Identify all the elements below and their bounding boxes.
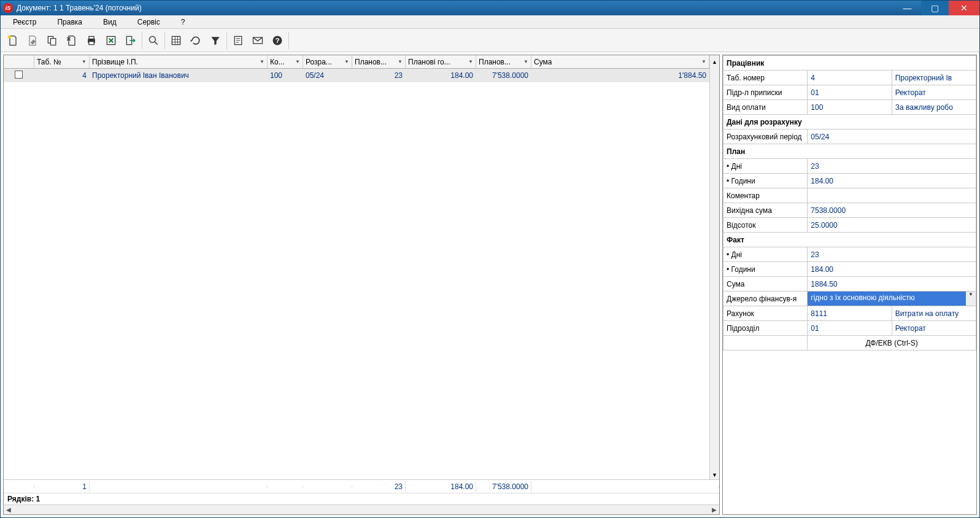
value-sum[interactable]: 1884.50 — [808, 277, 976, 292]
refresh-icon[interactable] — [186, 31, 206, 50]
value-tabno-name[interactable]: Проректорний Ів — [892, 71, 976, 85]
mail-icon[interactable] — [248, 31, 268, 50]
new-doc-icon[interactable] — [3, 31, 23, 50]
value-subdiv[interactable]: 01 — [808, 321, 892, 336]
svg-rect-4 — [89, 36, 94, 39]
cell-code: 100 — [268, 70, 303, 81]
section-plan: План — [723, 144, 976, 159]
label-hours: • Години — [723, 174, 808, 188]
value-tabno[interactable]: 4 — [808, 71, 892, 85]
col-plan-sum[interactable]: Планов...▼ — [476, 55, 531, 68]
table-row[interactable]: 4 Проректорний Іван Іванович 100 05/24 2… — [4, 69, 709, 82]
menu-registry[interactable]: Реєстр — [7, 17, 51, 28]
value-finsource[interactable]: гідно з їх основною діяльністю — [808, 292, 966, 306]
edit-doc-icon[interactable] — [23, 31, 42, 50]
value-paytype-name[interactable]: За важливу робо — [892, 100, 976, 115]
label-subdiv: Підрозділ — [723, 321, 808, 336]
svg-text:?: ? — [275, 36, 279, 44]
section-worker: Працівник — [723, 56, 976, 71]
col-plan-days[interactable]: Планов...▼ — [352, 55, 406, 68]
total-amount: 7'538.0000 — [476, 481, 531, 492]
cell-tabno: 4 — [34, 70, 90, 81]
maximize-button[interactable]: ▢ — [921, 1, 949, 15]
scroll-up-icon[interactable]: ▲ — [709, 55, 719, 69]
value-percent[interactable]: 25.0000 — [808, 218, 976, 233]
value-dept[interactable]: 01 — [808, 85, 892, 100]
col-plan-hours[interactable]: Планові го...▼ — [406, 55, 476, 68]
cell-sum: 1'884.50 — [531, 70, 709, 81]
cell-plan-days: 23 — [352, 70, 406, 81]
value-account[interactable]: 8111 — [808, 306, 892, 321]
label-fact-days: • Дні — [723, 247, 808, 262]
titlebar: iS Документ: 1 1 Травень'24 (поточний) —… — [1, 1, 979, 15]
value-dept-name[interactable]: Ректорат — [892, 85, 976, 100]
col-checkbox[interactable] — [4, 55, 34, 68]
section-calc: Дані для розрахунку — [723, 115, 976, 130]
dfekv-button[interactable]: ДФ/ЕКВ (Ctrl-S) — [808, 336, 976, 350]
col-tabno[interactable]: Таб. №▼ — [34, 55, 90, 68]
value-paytype[interactable]: 100 — [808, 100, 892, 115]
label-finsource: Джерело фінансув-я — [723, 292, 808, 306]
menu-view[interactable]: Вид — [97, 17, 131, 28]
label-sum: Сума — [723, 277, 808, 292]
col-sum[interactable]: Сума▼ — [531, 55, 709, 68]
note-icon[interactable] — [228, 31, 248, 50]
value-plan-hours[interactable]: 184.00 — [808, 174, 976, 188]
menubar: Реєстр Правка Вид Сервіс ? — [1, 15, 979, 29]
section-fact: Факт — [723, 233, 976, 247]
svg-rect-9 — [172, 36, 180, 44]
close-button[interactable]: ✕ — [949, 1, 979, 15]
cell-period: 05/24 — [303, 70, 352, 81]
app-icon: iS — [3, 3, 13, 13]
svg-rect-2 — [51, 38, 56, 45]
total-count: 1 — [34, 481, 90, 492]
horizontal-scrollbar[interactable]: ◀ ▶ — [4, 504, 719, 514]
row-checkbox[interactable] — [15, 71, 23, 79]
menu-help[interactable]: ? — [175, 17, 200, 28]
value-outsum[interactable]: 7538.0000 — [808, 203, 976, 218]
search-icon[interactable] — [144, 31, 163, 50]
scroll-right-icon[interactable]: ▶ — [709, 506, 719, 513]
cell-plan-sum: 7'538.0000 — [476, 70, 531, 81]
label-paytype: Вид оплати — [723, 100, 808, 115]
property-panel: Працівник Таб. номер 4 Проректорний Ів П… — [722, 55, 977, 515]
print-icon[interactable] — [82, 31, 101, 50]
value-period[interactable]: 05/24 — [808, 130, 976, 144]
cell-name: Проректорний Іван Іванович — [90, 70, 268, 81]
label-days: • Дні — [723, 159, 808, 174]
value-subdiv-name[interactable]: Ректорат — [892, 321, 976, 336]
value-comment[interactable] — [808, 188, 976, 203]
label-fact-hours: • Години — [723, 262, 808, 277]
menu-edit[interactable]: Правка — [51, 17, 97, 28]
cell-plan-hours: 184.00 — [406, 70, 476, 81]
table-icon[interactable] — [166, 31, 186, 50]
finsource-dropdown-icon[interactable]: ▼ — [966, 292, 976, 306]
window-title: Документ: 1 1 Травень'24 (поточний) — [17, 4, 893, 12]
label-comment: Коментар — [723, 188, 808, 203]
col-name[interactable]: Прізвище І.П.▼ — [90, 55, 268, 68]
vertical-scrollbar[interactable]: ▼ — [709, 69, 719, 479]
label-outsum: Вихідна сума — [723, 203, 808, 218]
value-fact-hours[interactable]: 184.00 — [808, 262, 976, 277]
toolbar: ? — [1, 29, 979, 52]
col-period[interactable]: Розра...▼ — [303, 55, 352, 68]
copy-icon[interactable] — [42, 31, 62, 50]
label-dept: Підр-л приписки — [723, 85, 808, 100]
help-icon[interactable]: ? — [268, 31, 287, 50]
filter-icon[interactable] — [206, 31, 225, 50]
exit-icon[interactable] — [121, 31, 141, 50]
value-account-name[interactable]: Витрати на оплату — [892, 306, 976, 321]
cut-icon[interactable] — [62, 31, 82, 50]
totals-row: 1 23 184.00 7'538.0000 — [4, 480, 719, 493]
col-code[interactable]: Ко...▼ — [268, 55, 303, 68]
data-grid[interactable]: Таб. №▼ Прізвище І.П.▼ Ко...▼ Розра...▼ … — [3, 55, 720, 515]
value-plan-days[interactable]: 23 — [808, 159, 976, 174]
value-fact-days[interactable]: 23 — [808, 247, 976, 262]
menu-service[interactable]: Сервіс — [131, 17, 175, 28]
minimize-button[interactable]: — — [893, 1, 921, 15]
total-days: 23 — [352, 481, 406, 492]
label-account: Рахунок — [723, 306, 808, 321]
excel-icon[interactable] — [101, 31, 121, 50]
grid-body[interactable]: 4 Проректорний Іван Іванович 100 05/24 2… — [4, 69, 709, 479]
scroll-left-icon[interactable]: ◀ — [4, 506, 14, 513]
